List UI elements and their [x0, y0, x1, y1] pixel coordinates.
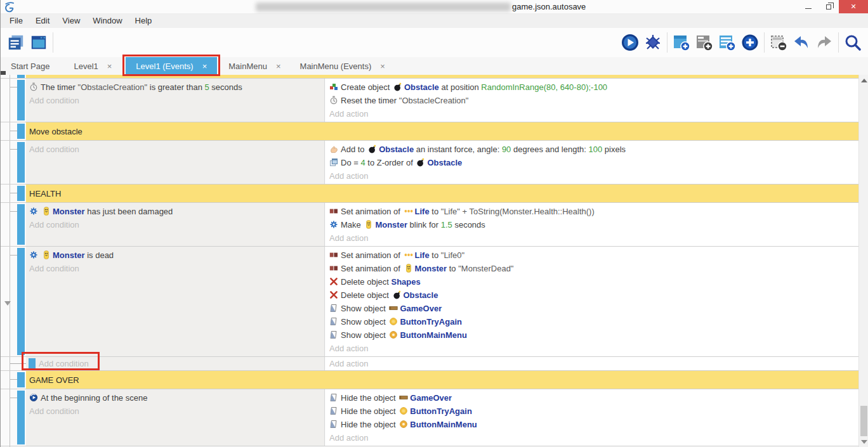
minimize-button[interactable] [798, 0, 819, 13]
scroll-up-icon[interactable] [861, 79, 867, 82]
tab-close-icon[interactable]: × [202, 62, 207, 71]
event-select-bar[interactable] [17, 186, 25, 201]
expand-subevents-icon[interactable] [4, 301, 11, 306]
action-line[interactable]: Show object ButtonTryAgain [329, 315, 858, 328]
text: The timer [41, 82, 78, 92]
scroll-down-icon[interactable] [861, 440, 867, 444]
object-reference: Monster [41, 250, 85, 260]
event-select-bar[interactable] [17, 75, 25, 78]
action-line[interactable]: Set animation of Life to "Life0" [329, 249, 858, 262]
tab-level1-events[interactable]: Level1 (Events) × [126, 57, 217, 75]
event-select-bar[interactable] [17, 142, 25, 183]
minimize-icon [805, 8, 812, 9]
add-condition-placeholder[interactable]: Add condition [29, 262, 324, 275]
search-icon[interactable] [841, 31, 864, 54]
action-line[interactable]: Hide the object ButtonTryAgain [329, 405, 858, 418]
project-manager-icon[interactable] [4, 31, 27, 54]
event-select-bar[interactable] [17, 204, 25, 245]
add-condition-placeholder[interactable]: Add condition [29, 143, 324, 156]
close-button[interactable]: ✕ [839, 0, 868, 13]
tab-level1[interactable]: Level1 × [66, 57, 119, 75]
add-comment-icon[interactable] [716, 31, 739, 54]
action-line[interactable]: Do = 4 to Z-order of Obstacle [329, 156, 858, 169]
text: an instant force, angle: [414, 145, 502, 154]
action-line[interactable]: Show object ButtonMainMenu [329, 328, 858, 342]
condition-line[interactable]: At the beginning of the scene [29, 391, 324, 405]
add-action-placeholder[interactable]: Add action [329, 169, 858, 183]
event-select-bar[interactable] [17, 372, 25, 387]
add-action-placeholder[interactable]: Add action [329, 231, 858, 245]
event-row[interactable]: Add conditionAdd to Obstacle an instant … [1, 141, 868, 185]
text: is dead [85, 250, 114, 260]
tab-mainmenu-events[interactable]: MainMenu (Events) × [293, 57, 393, 75]
tab-close-icon[interactable]: × [380, 62, 385, 71]
actions-column: Add to Obstacle an instant force, angle:… [326, 141, 858, 184]
action-line[interactable]: Show object GameOver [329, 302, 858, 315]
scrollbar-thumb[interactable] [860, 406, 867, 436]
expression-value: 90 [502, 145, 511, 154]
restore-button[interactable] [819, 0, 839, 13]
object-name: GameOver [400, 304, 442, 313]
object-name: Life [415, 207, 430, 216]
tab-close-icon[interactable]: × [107, 62, 112, 71]
add-condition-placeholder[interactable]: Add condition [29, 94, 324, 107]
group-header[interactable]: HEALTH [1, 185, 868, 203]
action-line[interactable]: Add to Obstacle an instant force, angle:… [329, 143, 858, 156]
event-select-bar[interactable] [29, 358, 36, 369]
event-select-bar[interactable] [17, 248, 25, 355]
add-condition-placeholder[interactable]: Add condition [39, 357, 324, 370]
object-reference: ButtonMainMenu [388, 330, 466, 340]
expression-value: RandomInRange(80, 640-80);-100 [481, 82, 607, 92]
action-line[interactable]: Set animation of Life to "Life" + ToStri… [329, 205, 858, 218]
action-line[interactable]: Delete object Shapes [329, 275, 858, 288]
add-condition-placeholder[interactable]: Add condition [29, 405, 324, 418]
action-line[interactable]: Reset the timer "ObstacleCreation" [329, 94, 858, 107]
undo-icon[interactable] [790, 31, 813, 54]
redo-icon[interactable] [813, 31, 836, 54]
group-header[interactable]: GAME OVER [1, 371, 868, 389]
run-preview-icon[interactable] [619, 31, 641, 54]
action-line[interactable]: Make Monster blink for 1.5 seconds [329, 218, 858, 231]
menu-file[interactable]: File [3, 14, 29, 28]
delete-event-icon[interactable] [767, 31, 790, 54]
tab-start-page[interactable]: Start Page [3, 57, 57, 75]
action-line[interactable]: Create object Obstacle at position Rando… [329, 81, 858, 94]
expression-value: 5 [205, 82, 209, 92]
add-custom-icon[interactable] [739, 31, 761, 54]
event-select-bar[interactable] [17, 80, 25, 120]
add-action-placeholder[interactable]: Add action [329, 342, 858, 355]
editors-window-icon[interactable] [27, 31, 50, 54]
debugger-bug-icon[interactable] [641, 31, 664, 54]
event-select-bar[interactable] [17, 124, 25, 139]
add-action-placeholder[interactable]: Add action [329, 357, 858, 370]
condition-line[interactable]: Monster has just been damaged [29, 205, 324, 218]
action-line[interactable]: Hide the object ButtonMainMenu [329, 418, 858, 431]
event-select-bar[interactable] [17, 391, 25, 444]
group-header[interactable]: Move obstacle [1, 122, 868, 141]
menu-view[interactable]: View [56, 14, 86, 28]
add-condition-placeholder[interactable]: Add condition [29, 218, 324, 231]
add-subevent-icon[interactable] [693, 31, 716, 54]
event-row[interactable]: At the beginning of the sceneAdd conditi… [1, 389, 868, 446]
menu-help[interactable]: Help [129, 14, 159, 28]
sub-event-row[interactable]: Add conditionAdd action [1, 357, 868, 371]
object-name: ButtonMainMenu [410, 420, 477, 429]
menu-edit[interactable]: Edit [29, 14, 56, 28]
condition-line[interactable]: The timer "ObstacleCreation" is greater … [29, 81, 324, 94]
action-line[interactable]: Hide the object GameOver [329, 391, 858, 405]
event-row[interactable]: Monster is deadAdd conditionSet animatio… [1, 247, 868, 357]
add-action-placeholder[interactable]: Add action [329, 431, 858, 444]
add-event-icon[interactable] [670, 31, 693, 54]
tab-mainmenu[interactable]: MainMenu × [221, 57, 288, 75]
text: Delete object [341, 290, 391, 300]
event-row[interactable]: The timer "ObstacleCreation" is greater … [1, 79, 868, 122]
menu-window[interactable]: Window [86, 14, 128, 28]
add-action-placeholder[interactable]: Add action [329, 107, 858, 120]
action-line[interactable]: Delete object Obstacle [329, 288, 858, 302]
condition-line[interactable]: Monster is dead [29, 249, 324, 262]
tab-close-icon[interactable]: × [276, 62, 281, 71]
scrollbar[interactable] [858, 75, 868, 447]
title-bar: game.json.autosave ✕ [1, 0, 868, 14]
action-line[interactable]: Set animation of Monster to "MonsterDead… [329, 262, 858, 275]
event-row[interactable]: Monster has just been damagedAdd conditi… [1, 203, 868, 247]
